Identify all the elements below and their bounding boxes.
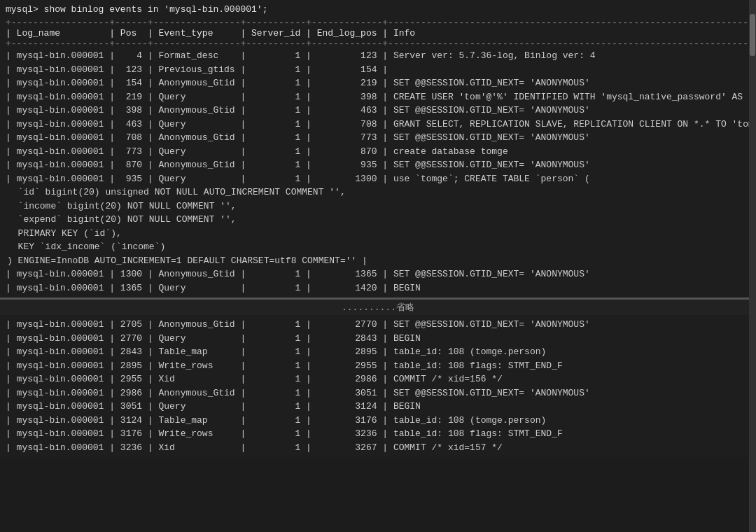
multiline-body: `id` bigint(20) unsigned NOT NULL AUTO_I… (6, 186, 750, 267)
table-row: | mysql-bin.000001 | 3051 | Query | 1 | … (6, 400, 750, 414)
table-row: | mysql-bin.000001 | 398 | Anonymous_Gti… (6, 104, 750, 118)
table-row: | mysql-bin.000001 | 870 | Anonymous_Gti… (6, 158, 750, 172)
terminal: mysql> show binlog events in 'mysql-bin.… (0, 0, 756, 532)
table-row: | mysql-bin.000001 | 2986 | Anonymous_Gt… (6, 386, 750, 400)
table-row: | mysql-bin.000001 | 3236 | Xid | 1 | 32… (6, 441, 750, 455)
divider-top: +------------------+------+-------------… (6, 18, 750, 28)
table-row: | mysql-bin.000001 | 2843 | Table_map | … (6, 345, 750, 359)
divider-mid: +------------------+------+-------------… (6, 38, 750, 49)
table-row: | mysql-bin.000001 | 3124 | Table_map | … (6, 414, 750, 428)
table-row: | mysql-bin.000001 | 2895 | Write_rows |… (6, 359, 750, 373)
table-row: | mysql-bin.000001 | 1365 | Query | 1 | … (6, 281, 750, 295)
table-row: | mysql-bin.000001 | 708 | Anonymous_Gti… (6, 131, 750, 145)
table-header: | Log_name | Pos | Event_type | Server_i… (6, 28, 750, 38)
bottom-rows: | mysql-bin.000001 | 2705 | Anonymous_Gt… (6, 318, 750, 454)
multiline-start: | mysql-bin.000001 | 935 | Query | 1 | 1… (6, 172, 750, 186)
more-rows: | mysql-bin.000001 | 1300 | Anonymous_Gt… (6, 267, 750, 295)
table-row: | mysql-bin.000001 | 463 | Query | 1 | 7… (6, 118, 750, 132)
top-panel: mysql> show binlog events in 'mysql-bin.… (0, 0, 756, 300)
table-row: | mysql-bin.000001 | 2770 | Query | 1 | … (6, 332, 750, 346)
scrollbar[interactable] (749, 0, 756, 532)
table-row: | mysql-bin.000001 | 219 | Query | 1 | 3… (6, 90, 750, 104)
scrollbar-thumb[interactable] (750, 14, 755, 56)
table-row: | mysql-bin.000001 | 773 | Query | 1 | 8… (6, 145, 750, 159)
bottom-panel: | mysql-bin.000001 | 2705 | Anonymous_Gt… (0, 315, 756, 457)
table-row: | mysql-bin.000001 | 123 | Previous_gtid… (6, 63, 750, 77)
table-row: | mysql-bin.000001 | 154 | Anonymous_Gti… (6, 76, 750, 90)
table-row: | mysql-bin.000001 | 2705 | Anonymous_Gt… (6, 318, 750, 332)
table-row: | mysql-bin.000001 | 3176 | Write_rows |… (6, 427, 750, 441)
ellipsis-separator: ..........省略 (0, 300, 756, 315)
top-rows: | mysql-bin.000001 | 4 | Format_desc | 1… (6, 49, 750, 172)
table-row: | mysql-bin.000001 | 1300 | Anonymous_Gt… (6, 267, 750, 281)
table-row: | mysql-bin.000001 | 2955 | Xid | 1 | 29… (6, 372, 750, 386)
command-line: mysql> show binlog events in 'mysql-bin.… (6, 4, 750, 15)
table-row: | mysql-bin.000001 | 4 | Format_desc | 1… (6, 49, 750, 63)
